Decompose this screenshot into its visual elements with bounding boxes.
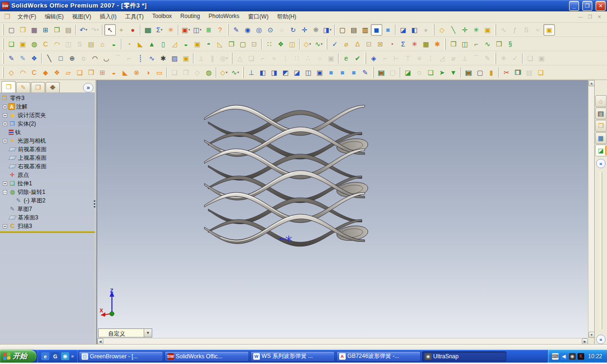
tree-expander[interactable]: + — [3, 224, 7, 228]
rectangle-button[interactable]: □ — [55, 53, 66, 64]
solidworks-resources-tab[interactable]: ⌂ — [595, 95, 607, 107]
curves-dropdown-arrow-icon[interactable]: ▾ — [321, 42, 323, 46]
insert-picture-button[interactable]: ❏ — [524, 53, 536, 64]
parting-line-button[interactable]: ⌐ — [470, 38, 482, 50]
render-last-button[interactable]: ▢ — [387, 67, 398, 78]
mirror-entities-button[interactable]: ⋮ — [280, 53, 291, 64]
mold-tools-button[interactable]: ◫ — [459, 38, 470, 50]
undo-button[interactable]: ↶▾ — [78, 24, 89, 36]
extend-surface-button[interactable]: ◣ — [120, 67, 131, 78]
modify-dimension-button[interactable]: ◈ — [368, 53, 379, 64]
menu-9[interactable]: 窗口(W) — [244, 11, 273, 22]
hole-wizard-button[interactable]: ⌂ — [97, 38, 108, 50]
zoom-to-area-button[interactable]: ◎ — [253, 24, 265, 36]
third-party-tab[interactable]: ❖ — [46, 82, 60, 92]
perpendicular-dimension-button[interactable]: ⊥ — [459, 53, 470, 64]
draft-button[interactable]: ◿ — [169, 38, 180, 50]
linear-pattern-button[interactable]: ∷ — [264, 38, 275, 50]
task-pane-grip[interactable] — [600, 172, 602, 329]
close-button[interactable]: ✕ — [596, 1, 606, 11]
deviation-analysis-button[interactable]: ✳ — [409, 38, 420, 50]
tree-item[interactable]: +❒实体(2) — [0, 119, 95, 128]
untrim-surface-button[interactable]: ◑ — [142, 67, 154, 78]
internet-explorer-icon[interactable]: e — [41, 352, 49, 360]
mdi-close-button[interactable]: ✕ — [596, 14, 603, 20]
area-hatch-button[interactable]: ▨ — [169, 53, 180, 64]
appearances-scenes-tab[interactable]: ◪ — [595, 145, 607, 156]
curves-2-button[interactable]: ∿▾ — [230, 67, 241, 78]
sketch-button[interactable]: ✎ — [6, 53, 17, 64]
configurationmanager-tab[interactable]: ❒ — [31, 82, 45, 92]
auto-relations-button[interactable]: ✳ — [498, 53, 509, 64]
screen-capture-button[interactable]: ◪ — [402, 67, 414, 78]
view-cameras-button[interactable]: ▣ — [482, 24, 493, 36]
task-pane-collapse-button[interactable]: « — [596, 159, 606, 168]
solidworks-resources-dropdown-arrow-icon[interactable]: ▾ — [188, 28, 190, 32]
tree-item[interactable]: −◍切除-旋转1 — [0, 188, 95, 196]
menu-10[interactable]: 帮助(H) — [273, 11, 301, 22]
extruded-cut-button[interactable]: ▤ — [85, 38, 97, 50]
render-options-button[interactable]: ▣ — [463, 67, 474, 78]
quick-snaps-button[interactable]: ◎▾ — [218, 53, 230, 64]
design-checker-button[interactable]: ⊠ — [375, 38, 386, 50]
vertical-scrollbar[interactable]: ▲ ▼ — [588, 80, 594, 338]
toolbox-browser-button[interactable]: ▣ — [543, 24, 555, 36]
shaded-button[interactable]: ■ — [382, 24, 394, 36]
top-view-button[interactable]: ◫ — [303, 67, 314, 78]
featuremanager-tab[interactable]: ❒ — [1, 81, 16, 92]
centerline-button[interactable]: ┊ — [135, 53, 146, 64]
3d-drag-button[interactable]: ❋ — [310, 24, 322, 36]
equations-dropdown-arrow-icon[interactable]: ▾ — [161, 28, 163, 32]
minimize-button[interactable]: _ — [569, 1, 579, 11]
color-swatches-button[interactable]: ▦ — [142, 24, 154, 36]
circular-sketch-pattern-button[interactable]: ∴ — [303, 53, 314, 64]
start-button[interactable]: 开始 — [0, 350, 37, 363]
rotate-view-button[interactable]: ↻ — [287, 24, 299, 36]
auto-dimension-button[interactable]: ⌀ — [448, 53, 459, 64]
smart-dimension-button[interactable]: ⌐ — [379, 53, 391, 64]
make-drawing-from-part-button[interactable]: ⊞ — [40, 24, 51, 36]
help-button[interactable]: ? — [214, 24, 226, 36]
revolved-surface-button[interactable]: ◠ — [17, 67, 28, 78]
menu-3[interactable]: 视图(V) — [68, 11, 95, 22]
knit-surface-button[interactable]: ⊞ — [97, 67, 108, 78]
tree-expander[interactable]: + — [3, 122, 7, 126]
propertymanager-tab[interactable]: ✎ — [16, 82, 30, 92]
mid-surface-button[interactable]: ▭ — [154, 67, 165, 78]
kaspersky-icon[interactable]: K — [578, 353, 584, 360]
menu-5[interactable]: 工具(T) — [121, 11, 148, 22]
3d-sketch-button[interactable]: ✎ — [17, 53, 28, 64]
arc-dimension-button[interactable]: ⌒ — [470, 53, 482, 64]
combine-button[interactable]: ◓ — [203, 38, 214, 50]
fillet-button[interactable]: ◔ — [123, 38, 135, 50]
make-assembly-from-part-button[interactable]: ❐ — [51, 24, 63, 36]
tree-item[interactable]: +A注解 — [0, 102, 95, 111]
solidworks-task[interactable]: SWSolidWorks Offic... — [165, 351, 249, 362]
swept-cut-button[interactable]: S — [74, 38, 85, 50]
wave-spring-model[interactable] — [201, 102, 383, 250]
view-axes-button[interactable]: ╲ — [448, 24, 459, 36]
dimension-edit-button[interactable]: ✎ — [482, 53, 493, 64]
redo-dropdown-arrow-icon[interactable]: ▾ — [97, 28, 99, 32]
language-bar-icon[interactable]: ◀ — [561, 353, 567, 360]
render-button[interactable]: ▣ — [376, 67, 387, 78]
sketch-picture-tool-button[interactable]: ▣ — [325, 53, 337, 64]
tree-expander[interactable]: + — [3, 182, 7, 186]
swept-boss-button[interactable]: C — [40, 38, 51, 50]
planar-surface-button[interactable]: ▱ — [63, 67, 74, 78]
ordinate-dimension-button[interactable]: ⋮ — [425, 53, 436, 64]
point-button[interactable]: ✱ — [157, 53, 169, 64]
dimetric-view-button[interactable]: ■ — [348, 67, 359, 78]
design-library-tab[interactable]: ▤ — [595, 108, 607, 119]
shadows-in-shaded-mode-button[interactable]: ◪ — [397, 24, 409, 36]
linear-sketch-pattern-button[interactable]: ∷ — [291, 53, 303, 64]
tree-item[interactable]: +◆设计活页夹 — [0, 111, 95, 119]
chamfer-button[interactable]: ◣ — [135, 38, 146, 50]
left-view-button[interactable]: ◩ — [280, 67, 291, 78]
add-relation-button[interactable]: ⊥ — [195, 53, 207, 64]
equation-driven-curve-button[interactable]: e — [340, 53, 352, 64]
cut-image-button[interactable]: ✂ — [501, 67, 512, 78]
menu-4[interactable]: 插入(I) — [95, 11, 120, 22]
reference-geometry-button[interactable]: ◇▾ — [302, 38, 313, 50]
tree-expander[interactable]: − — [3, 190, 7, 194]
